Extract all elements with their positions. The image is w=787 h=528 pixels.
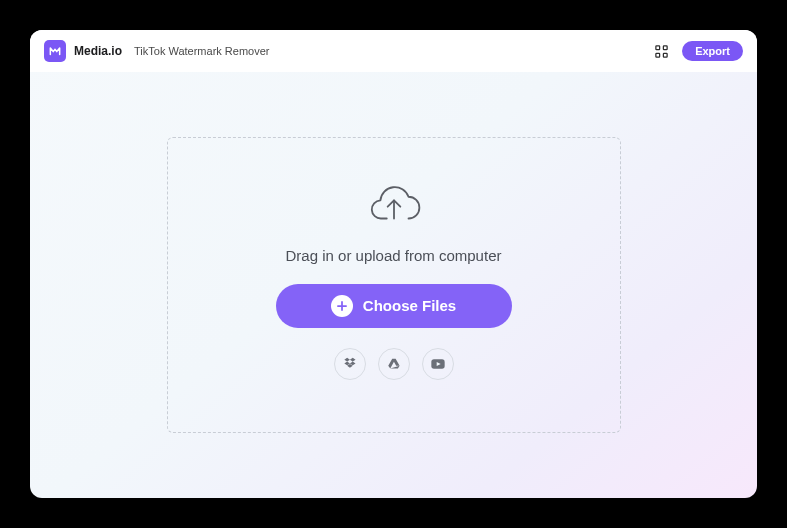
svg-rect-1 <box>663 45 667 49</box>
media-io-logo-icon <box>48 44 62 58</box>
export-button[interactable]: Export <box>682 41 743 61</box>
dropzone-instruction: Drag in or upload from computer <box>286 247 502 264</box>
choose-files-label: Choose Files <box>363 297 456 314</box>
grid-icon <box>654 44 669 59</box>
youtube-icon <box>430 356 446 372</box>
cloud-upload-icon <box>365 181 423 227</box>
main-area: Drag in or upload from computer Choose F… <box>30 72 757 498</box>
header-bar: Media.io TikTok Watermark Remover Export <box>30 30 757 72</box>
brand-name: Media.io <box>74 44 122 58</box>
upload-sources <box>334 348 454 380</box>
svg-rect-2 <box>656 53 660 57</box>
app-window: Media.io TikTok Watermark Remover Export <box>30 30 757 498</box>
svg-rect-0 <box>656 45 660 49</box>
youtube-source-button[interactable] <box>422 348 454 380</box>
google-drive-icon <box>386 356 402 372</box>
apps-grid-button[interactable] <box>652 42 670 60</box>
upload-dropzone[interactable]: Drag in or upload from computer Choose F… <box>167 137 621 433</box>
google-drive-source-button[interactable] <box>378 348 410 380</box>
plus-circle-icon <box>331 295 353 317</box>
svg-rect-3 <box>663 53 667 57</box>
dropbox-icon <box>342 356 358 372</box>
page-title: TikTok Watermark Remover <box>134 45 269 57</box>
brand-logo[interactable] <box>44 40 66 62</box>
dropbox-source-button[interactable] <box>334 348 366 380</box>
choose-files-button[interactable]: Choose Files <box>276 284 512 328</box>
